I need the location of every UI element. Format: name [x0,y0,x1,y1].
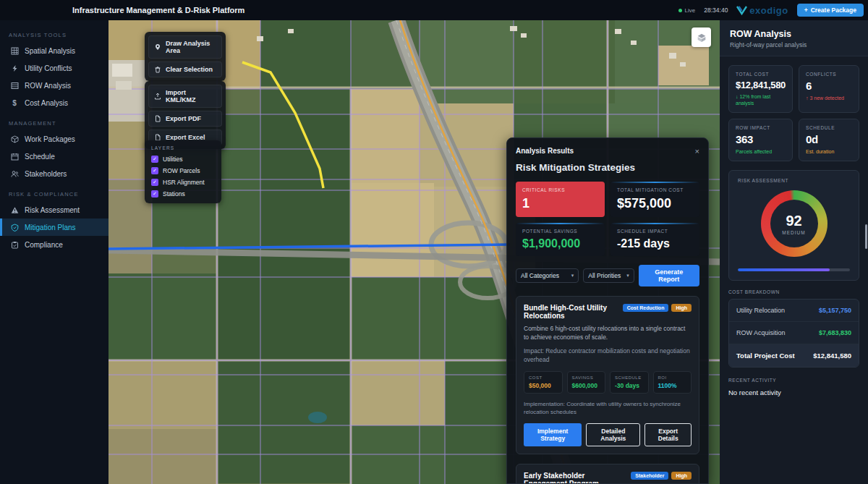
checkbox-checked-icon[interactable]: ✓ [151,179,158,186]
cost-breakdown-section: COST BREAKDOWN Utility Relocation $5,157… [728,289,859,368]
section-analysis-tools: ANALYSIS TOOLS [9,32,100,38]
risk-score-gauge: 92 MEDIUM [761,190,827,257]
stat-cost: COST $50,000 [524,371,563,394]
import-export-panel: Import KML/KMZ Export PDF Export Excel [145,81,226,149]
row-analysis-subtitle: Right-of-way parcel analysis [730,41,858,48]
layers-title: LAYERS [151,145,218,150]
checkbox-checked-icon[interactable]: ✓ [151,167,158,174]
row-impact-card: ROW IMPACT 363 Parcels affected [728,119,793,161]
strategy-card: Early Stakeholder Engagement Program Sta… [516,464,699,484]
scrollbar-thumb[interactable] [865,224,867,249]
sidebar-item-risk-assessment[interactable]: Risk Assessment [0,201,109,218]
clear-selection-button[interactable]: Clear Selection [148,61,222,77]
layers-panel: LAYERS ✓ Utilities ✓ ROW Parcels ✓ HSR A… [145,140,221,203]
risk-level: MEDIUM [782,230,805,235]
grid-icon [10,46,19,55]
sidebar-item-compliance[interactable]: Compliance [0,236,109,253]
chevron-down-icon: ▾ [626,273,629,279]
strategy-impact: Impact: Reduce contractor mobilization c… [524,347,692,365]
priorities-select[interactable]: All Priorities ▾ [583,268,634,283]
checkbox-checked-icon[interactable]: ✓ [151,190,158,198]
generate-report-button[interactable]: Generate Report [639,265,699,286]
svg-text:$: $ [12,99,17,107]
layer-toggle-stations[interactable]: ✓ Stations [148,188,218,200]
categories-select[interactable]: All Categories ▾ [516,268,579,283]
draw-tools-panel: Draw Analysis Area Clear Selection [145,32,226,81]
sidebar-item-spatial-analysis[interactable]: Spatial Analysis [0,42,109,59]
live-label: Live [685,7,696,14]
section-management: MANAGEMENT [9,120,100,127]
schedule-impact-card: SCHEDULE IMPACT -215 days [610,223,699,256]
section-risk-compliance: RISK & COMPLIANCE [9,191,100,198]
recent-activity-section: RECENT ACTIVITY No recent activity [728,378,859,396]
live-status: Live [678,7,696,14]
strategy-implementation: Implementation: Coordinate with utility … [524,400,692,417]
risk-assessment-card: RISK ASSESSMENT 92 MEDIUM [728,170,859,281]
bolt-icon [10,64,19,72]
export-details-button[interactable]: Export Details [644,423,692,446]
calendar-icon [10,152,19,161]
row-analysis-header: ROW Analysis Right-of-way parcel analysi… [720,20,868,56]
detailed-analysis-button[interactable]: Detailed Analysis [586,423,640,446]
stat-roi: ROI 1100% [653,371,692,394]
close-icon[interactable]: × [695,148,699,155]
implement-strategy-button[interactable]: Implement Strategy [524,423,582,446]
import-kml-button[interactable]: Import KML/KMZ [148,85,222,108]
brand-name: exodigo [749,5,788,16]
category-badge: Cost Reduction [623,304,669,312]
sidebar-item-stakeholders[interactable]: Stakeholders [0,165,109,182]
trash-icon [154,66,161,73]
cost-row-utility-relocation: Utility Relocation $5,157,750 [729,300,859,321]
layer-toggle-row-parcels[interactable]: ✓ ROW Parcels [148,165,218,177]
sidebar-item-mitigation-plans[interactable]: Mitigation Plans [0,218,109,236]
priority-badge: High [671,304,692,312]
schedule-card: SCHEDULE 0d Est. duration [799,119,859,161]
layer-toggle-utilities[interactable]: ✓ Utilities [148,153,218,165]
session-timer: 28:34:40 [704,7,728,14]
checkbox-checked-icon[interactable]: ✓ [151,156,158,163]
sidebar-item-work-packages[interactable]: Work Packages [0,130,109,148]
plus-icon: + [804,7,808,14]
users-icon [10,169,19,178]
draw-analysis-area-button[interactable]: Draw Analysis Area [148,35,222,59]
priority-badge: High [671,472,692,480]
file-icon [154,115,161,122]
map-3d-toggle-button[interactable] [692,27,711,47]
dollar-icon: $ [10,98,19,107]
create-package-button[interactable]: + Create Package [797,4,864,17]
panel-heading: Risk Mitigation Strategies [516,162,699,173]
left-sidebar: ANALYSIS TOOLS Spatial Analysis Utility … [0,20,109,484]
row-stat-cards: TOTAL COST $12,841,580 ↓ 12% from last a… [720,56,868,161]
package-icon [10,135,19,143]
stat-savings: SAVINGS $600,000 [567,371,606,394]
category-badge: Stakeholder [631,472,668,480]
shield-icon [10,223,19,232]
stat-schedule: SCHEDULE -30 days [610,371,649,394]
critical-risks-card: CRITICAL RISKS 1 [516,182,605,217]
total-cost-card: TOTAL COST $12,841,580 ↓ 12% from last a… [728,65,793,113]
conflicts-card: CONFLICTS 6 ↑ 3 new detected [799,65,859,113]
sidebar-item-cost-analysis[interactable]: $ Cost Analysis [0,94,109,111]
risk-score: 92 [786,213,801,229]
layer-toggle-hsr-alignment[interactable]: ✓ HSR Alignment [148,177,218,188]
mitigation-cost-card: TOTAL MITIGATION COST $575,000 [610,182,699,217]
top-bar: Infrastructure Management & D-Risk Platf… [0,0,868,20]
strategy-stats: COST $50,000 SAVINGS $600,000 SCHEDULE -… [524,371,692,394]
sidebar-item-schedule[interactable]: Schedule [0,148,109,165]
warning-triangle-icon [10,205,19,214]
map-pin-icon [154,43,161,51]
clipboard-check-icon [10,240,19,249]
brand-v-icon [736,6,747,15]
upload-icon [154,93,161,100]
sidebar-item-row-analysis[interactable]: ROW Analysis [0,77,109,94]
sidebar-item-utility-conflicts[interactable]: Utility Conflicts [0,59,109,77]
live-dot-icon [678,9,682,12]
recent-activity-empty: No recent activity [728,389,859,396]
chevron-down-icon: ▾ [571,273,574,279]
recent-activity-label: RECENT ACTIVITY [728,378,859,383]
potential-savings-card: POTENTIAL SAVINGS $1,900,000 [516,223,605,256]
risk-progress-bar [738,268,850,271]
cost-row-total: Total Project Cost $12,841,580 [729,344,859,367]
export-pdf-button[interactable]: Export PDF [148,111,222,127]
map-container: Draw Analysis Area Clear Selection Impor… [109,20,720,484]
